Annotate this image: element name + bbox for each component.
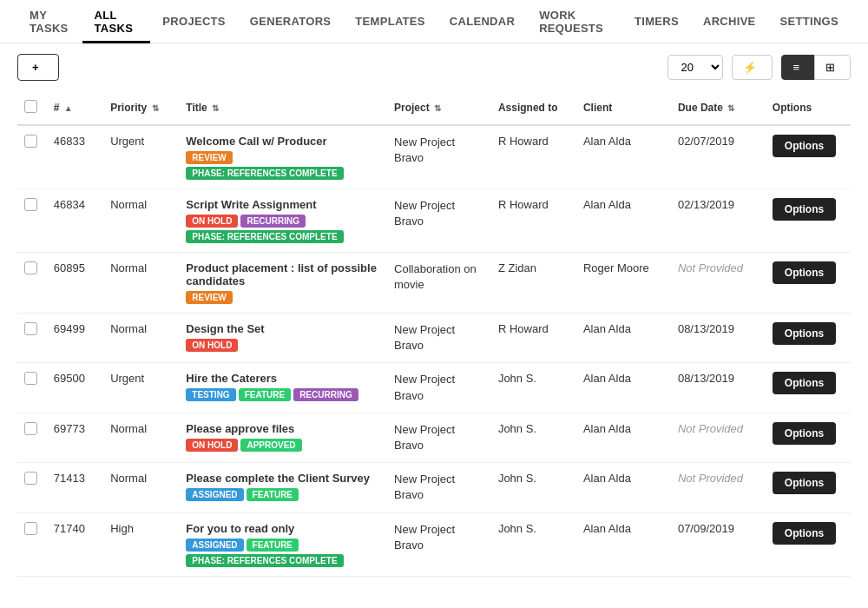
per-page-select[interactable]: 20 50 100 xyxy=(667,55,723,80)
task-client: Alan Alda xyxy=(576,363,671,413)
row-checkbox[interactable] xyxy=(24,372,37,385)
task-tags: TESTINGFEATURERECURRING xyxy=(186,388,380,401)
col-header-due[interactable]: Due Date ⇅ xyxy=(671,91,766,125)
nav-item-work-requests[interactable]: WORK REQUESTS xyxy=(527,0,622,43)
task-client: Alan Alda xyxy=(576,314,671,363)
options-button[interactable]: Options xyxy=(773,372,836,394)
task-tags: ASSIGNEDFEATUREPHASE: REFERENCES COMPLET… xyxy=(186,539,380,567)
row-checkbox[interactable] xyxy=(24,472,37,485)
task-title: For you to read only xyxy=(186,522,380,535)
options-button[interactable]: Options xyxy=(773,522,836,545)
task-assigned-to: R Howard xyxy=(491,314,576,363)
task-title: Welcome Call w/ Producer xyxy=(186,135,380,148)
col-header-options: Options xyxy=(766,91,851,125)
list-icon: ≡ xyxy=(792,61,799,74)
task-title: Product placement : list of possible can… xyxy=(186,261,380,287)
nav-item-generators[interactable]: GENERATORS xyxy=(238,0,344,43)
task-tag-recurring: RECURRING xyxy=(240,215,306,228)
task-tags: ASSIGNEDFEATURE xyxy=(186,488,380,501)
col-header-priority[interactable]: Priority ⇅ xyxy=(103,91,179,125)
nav-item-templates[interactable]: TEMPLATES xyxy=(343,0,437,43)
col-header-client: Client xyxy=(576,91,671,125)
task-project: New Project Bravo xyxy=(387,314,491,363)
task-priority: Normal xyxy=(103,253,179,314)
list-view-button[interactable]: ≡ xyxy=(781,55,815,80)
task-project: New Project Bravo xyxy=(387,363,491,413)
task-priority: Urgent xyxy=(103,125,179,189)
task-project: New Project Bravo xyxy=(387,413,491,462)
nav-item-projects[interactable]: PROJECTS xyxy=(150,0,237,43)
task-client: Alan Alda xyxy=(576,189,671,253)
col-header-title[interactable]: Title ⇅ xyxy=(179,91,387,125)
task-options-cell: Options xyxy=(766,314,851,363)
task-client: Roger Moore xyxy=(576,253,671,314)
col-header-project[interactable]: Project ⇅ xyxy=(387,91,491,125)
task-assigned-to: John S. xyxy=(491,413,576,462)
row-checkbox[interactable] xyxy=(24,198,37,211)
row-checkbox[interactable] xyxy=(24,135,37,148)
task-priority: Normal xyxy=(103,314,179,363)
task-tags: REVIEWPHASE: REFERENCES COMPLETE xyxy=(186,151,380,180)
task-tag-on-hold: ON HOLD xyxy=(186,215,238,228)
task-client: Alan Alda xyxy=(576,413,671,462)
task-options-cell: Options xyxy=(766,463,851,512)
options-button[interactable]: Options xyxy=(773,322,836,345)
options-button[interactable]: Options xyxy=(773,472,836,494)
task-tags: ON HOLD xyxy=(186,339,380,352)
task-id: 71740 xyxy=(47,512,103,576)
row-checkbox[interactable] xyxy=(24,261,37,274)
sort-icon-due: ⇅ xyxy=(727,103,734,113)
row-checkbox[interactable] xyxy=(24,522,37,535)
task-title: Please complete the Client Survey xyxy=(186,472,380,485)
sort-icon-num: ▲ xyxy=(64,103,73,113)
toolbar: + 20 50 100 ⚡ ≡ ⊞ xyxy=(0,43,868,91)
nav-item-archive[interactable]: ARCHIVE xyxy=(691,0,768,43)
nav-item-all-tasks[interactable]: ALL TASKS xyxy=(82,0,151,43)
task-priority: Urgent xyxy=(103,363,179,413)
task-title-cell: Design the SetON HOLD xyxy=(179,314,387,363)
row-checkbox[interactable] xyxy=(24,422,37,435)
table-row: 71413NormalPlease complete the Client Su… xyxy=(17,463,851,512)
task-priority: Normal xyxy=(103,413,179,462)
nav-item-my-tasks[interactable]: MY TASKS xyxy=(17,0,82,43)
options-button[interactable]: Options xyxy=(773,261,836,284)
options-button[interactable]: Options xyxy=(773,198,836,221)
not-provided-label: Not Provided xyxy=(678,261,743,274)
task-title: Hire the Caterers xyxy=(186,372,380,385)
task-title-cell: Please approve filesON HOLDAPPROVED xyxy=(179,413,387,462)
task-priority: High xyxy=(103,512,179,576)
task-tag-recurring: RECURRING xyxy=(293,388,358,401)
nav-item-settings[interactable]: SETTINGS xyxy=(768,0,851,43)
task-table-wrap: # ▲ Priority ⇅ Title ⇅ Project ⇅ Assigne… xyxy=(0,91,868,577)
task-options-cell: Options xyxy=(766,363,851,413)
task-options-cell: Options xyxy=(766,413,851,462)
task-tag-review: REVIEW xyxy=(186,151,232,164)
task-tag-assigned: ASSIGNED xyxy=(186,488,243,501)
filter-button[interactable]: ⚡ xyxy=(732,55,773,80)
task-title-cell: Hire the CaterersTESTINGFEATURERECURRING xyxy=(179,363,387,413)
col-header-num[interactable]: # ▲ xyxy=(47,91,103,125)
task-tags: REVIEW xyxy=(186,291,380,304)
task-tag-phase-ref: PHASE: REFERENCES COMPLETE xyxy=(186,167,343,180)
task-id: 71413 xyxy=(47,463,103,512)
nav-item-timers[interactable]: TIMERS xyxy=(622,0,691,43)
select-all-checkbox[interactable] xyxy=(24,100,37,113)
add-task-button[interactable]: + xyxy=(17,54,59,81)
sort-icon-title: ⇅ xyxy=(212,103,219,113)
row-checkbox[interactable] xyxy=(24,322,37,335)
options-button[interactable]: Options xyxy=(773,135,836,157)
main-nav: MY TASKSALL TASKSPROJECTSGENERATORSTEMPL… xyxy=(0,0,868,43)
task-due-date: Not Provided xyxy=(671,253,766,314)
table-header: # ▲ Priority ⇅ Title ⇅ Project ⇅ Assigne… xyxy=(17,91,851,125)
task-client: Alan Alda xyxy=(576,512,671,576)
task-assigned-to: Z Zidan xyxy=(491,253,576,314)
task-project: New Project Bravo xyxy=(387,512,491,576)
table-row: 60895NormalProduct placement : list of p… xyxy=(17,253,851,314)
task-id: 46834 xyxy=(47,189,103,253)
task-tag-assigned: ASSIGNED xyxy=(186,539,243,552)
options-button[interactable]: Options xyxy=(773,422,836,445)
task-title-cell: Please complete the Client SurveyASSIGNE… xyxy=(179,463,387,512)
nav-item-calendar[interactable]: CALENDAR xyxy=(437,0,527,43)
card-view-button[interactable]: ⊞ xyxy=(814,55,851,80)
task-tag-on-hold: ON HOLD xyxy=(186,339,238,352)
